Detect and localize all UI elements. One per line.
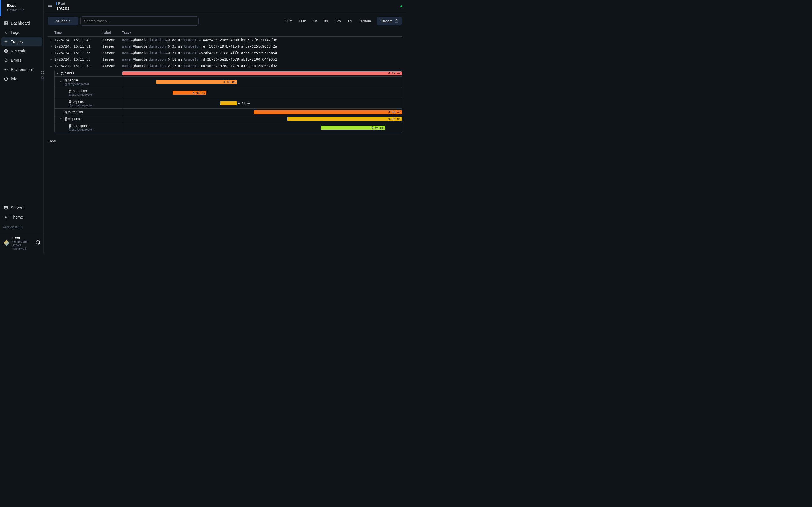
span-bar: 0.07 ms xyxy=(287,117,402,121)
waterfall-row[interactable]: @on:response @exotjs/inspector 0.04 ms xyxy=(55,122,402,133)
span-name: @router:find xyxy=(68,89,93,93)
page-title: Traces xyxy=(56,6,396,10)
sidebar-footer: Exot Observable server framework xyxy=(0,232,43,253)
span-module: @exotjs/inspector xyxy=(68,93,93,96)
chevron-right-icon: › xyxy=(48,38,54,42)
span-duration: 0.02 ms xyxy=(193,91,205,94)
network-icon xyxy=(4,49,8,53)
span-label: ▾ @handle @exotjs/inspector xyxy=(55,76,122,87)
span-bar-area: 0.07 ms xyxy=(122,115,402,122)
span-name: @router:find xyxy=(64,110,83,114)
labels-filter-button[interactable]: All labels xyxy=(48,17,78,25)
waterfall-row[interactable]: @router:find 0.09 ms xyxy=(55,109,402,115)
span-duration: 0.01 ms xyxy=(237,102,250,105)
time-range-15m[interactable]: 15m xyxy=(283,17,295,25)
nav-main: DashboardLogsTracesNetworkErrorsEnvironm… xyxy=(0,16,43,201)
expand-icon[interactable] xyxy=(41,70,44,75)
span-bar: 0.01 ms xyxy=(220,101,237,105)
time-range-3h[interactable]: 3h xyxy=(321,17,331,25)
status-indicator-icon xyxy=(400,5,402,7)
span-bar: 0.04 ms xyxy=(321,126,385,129)
sidebar-item-label: Info xyxy=(11,76,17,81)
sidebar-item-dashboard[interactable]: Dashboard xyxy=(1,18,42,27)
main: Exot Traces All labels 15m30m1h3h12h1dCu… xyxy=(44,0,406,253)
col-label: Label xyxy=(102,31,122,35)
version-label: Version 0.1.3 xyxy=(0,224,43,232)
environment-icon xyxy=(4,68,8,71)
sidebar: Exot Uptime 23s DashboardLogsTracesNetwo… xyxy=(0,0,44,253)
col-time: Time xyxy=(54,31,102,35)
span-name: @handle xyxy=(61,71,74,75)
breadcrumb-indicator-icon xyxy=(56,2,57,5)
trace-row[interactable]: ⌄ 1/26/24, 16:11:54 Server name=@handle … xyxy=(48,62,402,69)
span-label: @router:find xyxy=(55,109,122,115)
github-icon[interactable] xyxy=(36,240,40,245)
span-name: @on:response xyxy=(68,124,93,128)
span-label: @router:find @exotjs/inspector xyxy=(55,87,122,98)
trace-label: Server xyxy=(102,51,122,55)
sidebar-item-servers[interactable]: Servers xyxy=(1,203,42,212)
span-duration: 0.09 ms xyxy=(388,110,401,114)
theme-icon xyxy=(4,215,8,219)
span-module: @exotjs/inspector xyxy=(68,104,93,107)
trace-row[interactable]: › 1/26/24, 16:11:49 Server name=@handle … xyxy=(48,37,402,43)
span-duration: 0.17 ms xyxy=(388,71,401,75)
svg-rect-17 xyxy=(4,208,8,209)
info-icon xyxy=(4,77,8,81)
sidebar-item-logs[interactable]: Logs xyxy=(1,28,42,37)
chevron-down-icon: ▾ xyxy=(60,117,63,120)
sidebar-item-label: Traces xyxy=(11,40,22,44)
waterfall-row[interactable]: @response @exotjs/inspector 0.01 ms xyxy=(55,98,402,109)
spinner-icon xyxy=(395,19,398,23)
trace-label: Server xyxy=(102,38,122,42)
chevron-right-icon: › xyxy=(48,44,54,48)
time-range-custom[interactable]: Custom xyxy=(356,17,374,25)
sidebar-item-info[interactable]: Info xyxy=(1,74,42,83)
trace-row[interactable]: › 1/26/24, 16:11:51 Server name=@handle … xyxy=(48,43,402,50)
trace-time: 1/26/24, 16:11:53 xyxy=(54,57,102,61)
svg-point-12 xyxy=(5,69,6,70)
waterfall-row[interactable]: ▾ @handle @exotjs/inspector 0.05 ms xyxy=(55,76,402,87)
stream-button[interactable]: Stream xyxy=(377,17,402,25)
trace-label: Server xyxy=(102,44,122,48)
time-range-1h[interactable]: 1h xyxy=(310,17,320,25)
waterfall-row[interactable]: ▾ @response 0.07 ms xyxy=(55,115,402,122)
sidebar-item-network[interactable]: Network xyxy=(1,47,42,55)
footer-title: Exot xyxy=(12,236,33,240)
trace-summary: name=@handle duration=0.88 ms traceId=14… xyxy=(122,38,402,42)
time-range-30m[interactable]: 30m xyxy=(296,17,309,25)
sidebar-item-errors[interactable]: Errors xyxy=(1,56,42,65)
waterfall-row[interactable]: @router:find @exotjs/inspector 0.02 ms xyxy=(55,87,402,98)
menu-toggle-icon[interactable] xyxy=(48,3,52,9)
span-bar: 0.09 ms xyxy=(254,110,402,114)
sidebar-item-label: Theme xyxy=(11,215,23,219)
errors-icon xyxy=(4,58,8,62)
time-range-1d[interactable]: 1d xyxy=(345,17,354,25)
sidebar-item-label: Errors xyxy=(11,58,21,62)
trace-summary: name=@handle duration=0.35 ms traceId=4e… xyxy=(122,44,402,48)
copy-icon[interactable] xyxy=(41,76,44,80)
sidebar-item-label: Environment xyxy=(11,67,33,72)
trace-label: Server xyxy=(102,57,122,61)
logs-icon xyxy=(4,31,8,34)
servers-icon xyxy=(4,206,8,210)
search-input[interactable] xyxy=(80,16,199,25)
chevron-down-icon: ⌄ xyxy=(48,64,54,68)
time-range-12h[interactable]: 12h xyxy=(332,17,344,25)
sidebar-item-label: Logs xyxy=(11,30,19,35)
chevron-right-icon: › xyxy=(48,51,54,55)
trace-row[interactable]: › 1/26/24, 16:11:53 Server name=@handle … xyxy=(48,56,402,62)
sidebar-item-environment[interactable]: Environment xyxy=(1,65,42,74)
svg-rect-3 xyxy=(4,23,6,24)
sidebar-item-traces[interactable]: Traces xyxy=(1,37,42,46)
span-name: @response xyxy=(64,117,82,121)
waterfall-row[interactable]: ▾ @handle 0.17 ms xyxy=(55,70,402,76)
toolbar: All labels 15m30m1h3h12h1dCustomStream xyxy=(44,13,406,29)
sidebar-item-theme[interactable]: Theme xyxy=(1,213,42,222)
svg-rect-1 xyxy=(6,22,7,23)
sidebar-item-label: Network xyxy=(11,49,25,53)
svg-rect-16 xyxy=(4,207,8,208)
sidebar-item-label: Servers xyxy=(11,206,24,210)
clear-link[interactable]: Clear xyxy=(44,133,406,149)
trace-row[interactable]: › 1/26/24, 16:11:53 Server name=@handle … xyxy=(48,50,402,56)
